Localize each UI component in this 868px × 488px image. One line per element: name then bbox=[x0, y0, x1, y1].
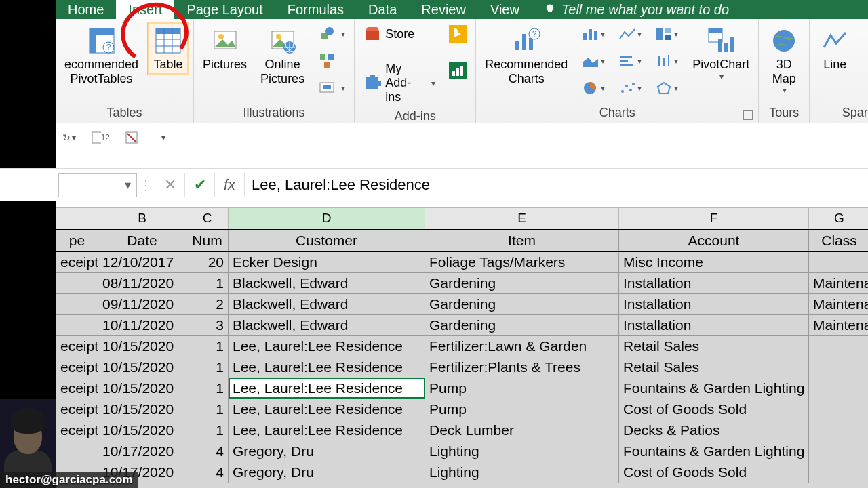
dialog-launcher-icon[interactable] bbox=[743, 110, 753, 120]
column-header[interactable]: C bbox=[186, 208, 229, 230]
cell[interactable]: Misc Income bbox=[619, 251, 809, 273]
tab-view[interactable]: View bbox=[478, 0, 532, 19]
cell[interactable]: 09/11/2020 bbox=[98, 293, 186, 314]
cell[interactable]: Fountains & Garden Lighting bbox=[619, 378, 809, 399]
cell[interactable] bbox=[809, 462, 869, 483]
cell[interactable]: Fountains & Garden Lighting bbox=[619, 441, 809, 462]
table-row[interactable]: 10/17/20204Gregory, DruLightingFountains… bbox=[56, 441, 869, 462]
cell[interactable]: Installation bbox=[619, 314, 809, 336]
column-header[interactable]: E bbox=[425, 208, 619, 230]
table-row[interactable]: eceipt10/15/20201Lee, Laurel:Lee Residen… bbox=[56, 336, 869, 357]
tab-home[interactable]: Home bbox=[56, 0, 116, 19]
cell[interactable]: Lee, Laurel:Lee Residence bbox=[229, 357, 425, 378]
my-addins-button[interactable]: My Add-ins ▾ bbox=[359, 58, 440, 108]
cell[interactable]: Lee, Laurel:Lee Residence bbox=[229, 378, 425, 399]
cell[interactable]: 1 bbox=[186, 357, 229, 378]
cell[interactable]: Retail Sales bbox=[619, 357, 809, 378]
cell[interactable]: Cost of Goods Sold bbox=[619, 399, 809, 420]
cell[interactable]: 10/15/2020 bbox=[98, 357, 186, 378]
cell[interactable]: eceipt bbox=[56, 336, 98, 357]
cell[interactable]: 3 bbox=[186, 314, 229, 336]
cell[interactable]: 10/15/2020 bbox=[98, 399, 186, 420]
treemap-chart-button[interactable]: ▾ bbox=[650, 22, 684, 46]
cell[interactable]: 10/15/2020 bbox=[98, 420, 186, 441]
column-header[interactable]: F bbox=[619, 208, 809, 230]
smartart-button[interactable] bbox=[313, 49, 350, 73]
cell[interactable] bbox=[56, 272, 98, 293]
cell[interactable]: Lee, Laurel:Lee Residence bbox=[229, 336, 425, 357]
shapes-button[interactable]: ▾ bbox=[313, 22, 350, 46]
cell[interactable]: Installation bbox=[619, 293, 809, 314]
field-header[interactable]: pe bbox=[56, 230, 98, 251]
cell[interactable]: 10/15/2020 bbox=[98, 378, 186, 399]
cell[interactable]: 1 bbox=[186, 336, 229, 357]
pictures-button[interactable]: Pictures bbox=[198, 22, 252, 75]
worksheet[interactable]: BCDEFG peDateNumCustomerItemAccountClass… bbox=[56, 207, 868, 488]
cell[interactable]: Blackwell, Edward bbox=[229, 293, 425, 314]
cell[interactable] bbox=[56, 441, 98, 462]
field-header[interactable]: Account bbox=[619, 230, 809, 251]
cell[interactable] bbox=[809, 441, 869, 462]
field-header[interactable]: Class bbox=[809, 230, 869, 251]
cell[interactable]: Lighting bbox=[425, 462, 619, 483]
clear-format-button[interactable] bbox=[122, 128, 141, 147]
cell[interactable] bbox=[56, 293, 98, 314]
tab-review[interactable]: Review bbox=[409, 0, 478, 19]
cell[interactable]: Fertilizer:Plants & Trees bbox=[425, 357, 619, 378]
cell[interactable]: 10/17/2020 bbox=[98, 441, 186, 462]
qat-customize-button[interactable]: ▾ bbox=[153, 128, 172, 147]
cell[interactable] bbox=[809, 336, 869, 357]
formula-input[interactable] bbox=[244, 173, 868, 197]
cell[interactable]: Maintena bbox=[809, 293, 869, 314]
cell[interactable] bbox=[809, 378, 869, 399]
tell-me-search[interactable]: Tell me what you want to do bbox=[544, 2, 729, 18]
column-header[interactable]: D bbox=[229, 208, 425, 230]
cell[interactable]: Decks & Patios bbox=[619, 420, 809, 441]
name-box[interactable] bbox=[58, 173, 119, 197]
bing-maps-button[interactable] bbox=[444, 22, 471, 46]
cell[interactable]: Blackwell, Edward bbox=[229, 314, 425, 336]
data-grid[interactable]: BCDEFG peDateNumCustomerItemAccountClass… bbox=[56, 207, 868, 483]
people-graph-button[interactable] bbox=[444, 58, 471, 83]
line-chart-button[interactable]: ▾ bbox=[613, 22, 647, 46]
column-chart-button[interactable]: ▾ bbox=[576, 22, 610, 46]
cell[interactable]: Gregory, Dru bbox=[229, 462, 425, 483]
sparkline-line-button[interactable]: Line bbox=[814, 22, 856, 75]
cell[interactable]: eceipt bbox=[56, 399, 98, 420]
scatter-chart-button[interactable]: ▾ bbox=[613, 76, 647, 100]
cell[interactable]: Gardening bbox=[425, 314, 619, 336]
cell[interactable]: Maintena bbox=[809, 314, 869, 336]
cell[interactable]: eceipt bbox=[56, 378, 98, 399]
cell[interactable]: Pump bbox=[425, 399, 619, 420]
table-row[interactable]: eceipt10/15/20201Lee, Laurel:Lee Residen… bbox=[56, 378, 869, 399]
cell[interactable]: Lighting bbox=[425, 441, 619, 462]
table-row[interactable]: 10/17/20204Gregory, DruLightingCost of G… bbox=[56, 462, 869, 483]
cell[interactable] bbox=[56, 314, 98, 336]
cell[interactable] bbox=[809, 420, 869, 441]
cell[interactable] bbox=[809, 399, 869, 420]
sparkline-column-button[interactable]: Colu bbox=[860, 22, 868, 75]
cell[interactable]: 10/15/2020 bbox=[98, 336, 186, 357]
pie-chart-button[interactable]: ▾ bbox=[576, 76, 610, 100]
cell[interactable]: Gardening bbox=[425, 293, 619, 314]
tab-insert[interactable]: Insert bbox=[116, 0, 174, 19]
area-chart-button[interactable]: ▾ bbox=[576, 49, 610, 73]
tab-formulas[interactable]: Formulas bbox=[275, 0, 356, 19]
cell[interactable]: Blackwell, Edward bbox=[229, 272, 425, 293]
cell[interactable]: 10/11/2020 bbox=[98, 314, 186, 336]
font-size-button[interactable]: 12 bbox=[91, 128, 110, 147]
table-row[interactable]: eceipt12/10/201720Ecker DesignFoliage Ta… bbox=[56, 251, 869, 273]
tab-page-layout[interactable]: Page Layout bbox=[174, 0, 275, 19]
cell[interactable]: 1 bbox=[186, 399, 229, 420]
cell[interactable]: Fertilizer:Lawn & Garden bbox=[425, 336, 619, 357]
column-header[interactable]: G bbox=[809, 208, 869, 230]
cell[interactable] bbox=[809, 251, 869, 273]
cell[interactable]: Cost of Goods Sold bbox=[619, 462, 809, 483]
cell[interactable]: eceipt bbox=[56, 357, 98, 378]
pivotchart-button[interactable]: PivotChart ▾ bbox=[688, 22, 754, 85]
recommended-pivottables-button[interactable]: ? ecommended PivotTables bbox=[60, 22, 143, 89]
cell[interactable]: Foliage Tags/Markers bbox=[425, 251, 619, 273]
cell[interactable]: 1 bbox=[186, 272, 229, 293]
cell[interactable] bbox=[809, 357, 869, 378]
tab-data[interactable]: Data bbox=[356, 0, 409, 19]
